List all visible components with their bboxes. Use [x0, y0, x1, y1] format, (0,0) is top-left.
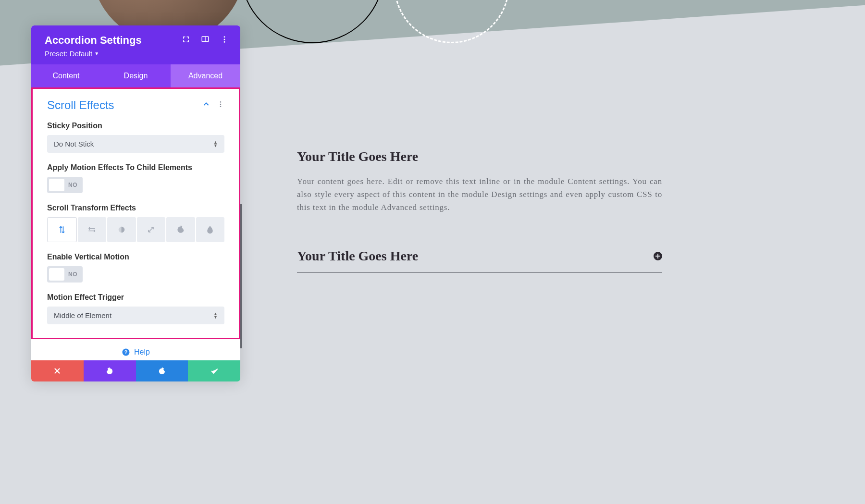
svg-point-3 [224, 39, 225, 40]
accordion-item-2[interactable]: Your Title Goes Here [297, 227, 662, 272]
sticky-position-value: Do Not Stick [54, 140, 94, 148]
child-motion-value: NO [68, 182, 77, 188]
tab-content[interactable]: Content [31, 64, 101, 87]
section-more-icon[interactable] [217, 100, 224, 110]
svg-point-6 [220, 104, 222, 105]
undo-button[interactable] [84, 360, 136, 381]
vertical-motion-label: Enable Vertical Motion [47, 253, 224, 261]
trigger-select[interactable]: Middle of Element ▲▼ [47, 307, 224, 324]
help-link[interactable]: ? Help [31, 339, 240, 360]
more-icon[interactable] [220, 35, 229, 46]
preset-dropdown[interactable]: Preset: Default ▼ [45, 49, 229, 58]
effect-fade-button[interactable] [107, 217, 136, 242]
collapse-icon[interactable] [202, 100, 210, 110]
vertical-motion-value: NO [68, 271, 77, 278]
select-arrows-icon: ▲▼ [213, 312, 218, 319]
child-motion-toggle[interactable]: NO [47, 177, 83, 193]
cancel-button[interactable] [31, 360, 84, 381]
save-button[interactable] [188, 360, 240, 381]
svg-point-4 [224, 41, 225, 43]
accordion-title-1[interactable]: Your Title Goes Here [297, 149, 662, 164]
effect-scale-button[interactable] [137, 217, 166, 242]
select-arrows-icon: ▲▼ [213, 141, 218, 148]
trigger-label: Motion Effect Trigger [47, 293, 224, 302]
effect-vertical-button[interactable] [47, 217, 77, 242]
sticky-position-label: Sticky Position [47, 122, 224, 130]
svg-text:?: ? [124, 349, 127, 355]
panel-footer [31, 360, 240, 381]
svg-point-7 [220, 106, 222, 107]
effect-horizontal-button[interactable] [78, 217, 107, 242]
effect-rotate-button[interactable] [166, 217, 195, 242]
toggle-handle [49, 268, 64, 281]
expand-icon[interactable] [654, 252, 662, 260]
toggle-handle [49, 179, 64, 191]
panel-tabs: Content Design Advanced [31, 64, 240, 87]
divider-2 [297, 272, 662, 273]
preview-area: Your Title Goes Here Your content goes h… [297, 149, 662, 273]
vertical-motion-toggle[interactable]: NO [47, 266, 83, 283]
transform-effects-row [47, 217, 224, 242]
tab-design[interactable]: Design [101, 64, 171, 87]
preset-label: Preset: Default [45, 49, 92, 58]
redo-button[interactable] [136, 360, 188, 381]
expand-icon[interactable] [182, 35, 190, 46]
svg-point-2 [224, 36, 225, 37]
tab-advanced[interactable]: Advanced [171, 64, 240, 87]
trigger-value: Middle of Element [54, 311, 111, 320]
sticky-position-select[interactable]: Do Not Stick ▲▼ [47, 135, 224, 153]
transform-effects-label: Scroll Transform Effects [47, 204, 224, 212]
accordion-body-1[interactable]: Your content goes here. Edit or remove t… [297, 175, 662, 214]
responsive-icon[interactable] [201, 35, 210, 46]
help-label: Help [134, 348, 150, 356]
child-motion-label: Apply Motion Effects To Child Elements [47, 163, 224, 172]
effect-blur-button[interactable] [196, 217, 225, 242]
caret-down-icon: ▼ [94, 51, 99, 56]
svg-point-5 [220, 101, 222, 103]
panel-title: Accordion Settings [45, 34, 142, 47]
settings-body: Scroll Effects Sticky Position Do Not St… [31, 87, 240, 339]
accordion-title-2: Your Title Goes Here [297, 248, 418, 264]
section-title: Scroll Effects [47, 98, 114, 112]
panel-header: Accordion Settings Preset: Default ▼ [31, 25, 240, 64]
settings-panel: Accordion Settings Preset: Default ▼ Con… [31, 25, 240, 381]
